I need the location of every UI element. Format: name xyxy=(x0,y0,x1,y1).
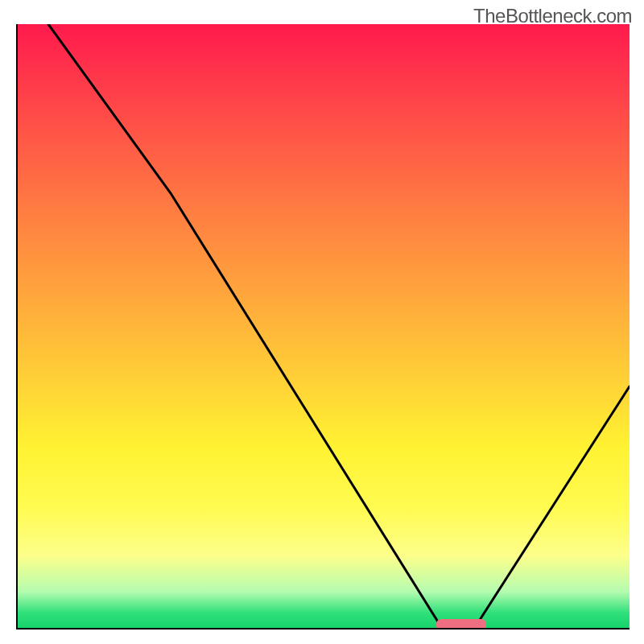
optimal-range-marker xyxy=(436,619,485,630)
bottleneck-curve xyxy=(18,24,630,628)
plot-area xyxy=(16,24,630,630)
chart-container: TheBottleneck.com xyxy=(0,0,644,644)
